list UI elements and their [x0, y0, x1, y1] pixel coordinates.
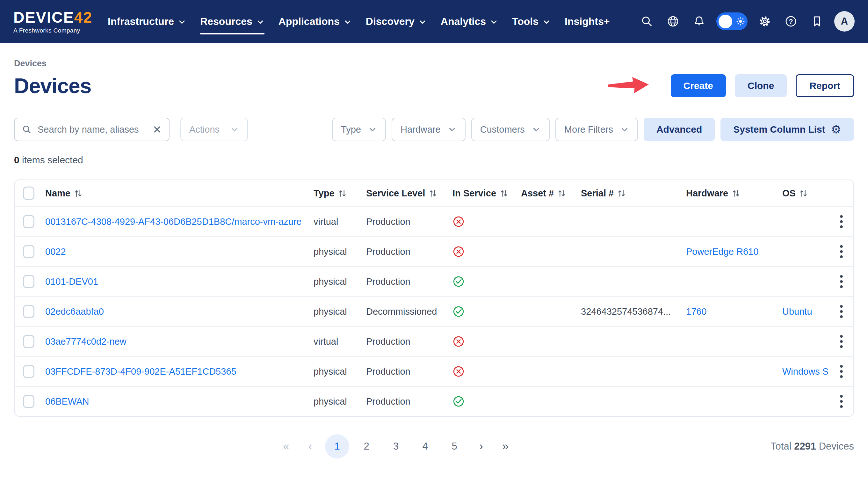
row-menu-icon[interactable] — [839, 214, 843, 229]
row-menu-icon[interactable] — [839, 334, 843, 349]
row-checkbox[interactable] — [23, 245, 34, 258]
column-header-serial[interactable]: Serial # — [581, 188, 686, 199]
right-filter-group: TypeHardwareCustomersMore Filters Advanc… — [332, 118, 854, 141]
row-checkbox[interactable] — [23, 335, 34, 348]
row-menu-icon[interactable] — [839, 304, 843, 319]
help-icon[interactable]: ? — [782, 12, 800, 30]
actions-dropdown[interactable]: Actions — [180, 118, 248, 141]
sort-icon[interactable] — [732, 189, 740, 198]
column-header-hardware[interactable]: Hardware — [686, 188, 782, 199]
column-label: Type — [314, 188, 335, 199]
column-label: Service Level — [366, 188, 425, 199]
filter-more-filters[interactable]: More Filters — [555, 118, 638, 141]
column-header-asset[interactable]: Asset # — [521, 188, 581, 199]
row-checkbox[interactable] — [23, 395, 34, 408]
device-name-link[interactable]: 0013167C-4308-4929-AF43-06D6B25D1B8C/mar… — [45, 216, 302, 227]
bell-icon[interactable] — [690, 12, 708, 30]
advanced-button[interactable]: Advanced — [644, 118, 715, 141]
gear-icon[interactable] — [756, 12, 774, 30]
filter-label: Type — [341, 124, 361, 135]
filter-type[interactable]: Type — [332, 118, 386, 141]
breadcrumb[interactable]: Devices — [14, 59, 46, 68]
filter-hardware[interactable]: Hardware — [392, 118, 466, 141]
filter-customers[interactable]: Customers — [471, 118, 550, 141]
page-title: Devices — [14, 73, 91, 98]
device-name-link[interactable]: 06BEWAN — [45, 396, 89, 407]
service-level: Production — [366, 216, 453, 227]
column-header-service-level[interactable]: Service Level — [366, 188, 453, 199]
theme-toggle[interactable] — [716, 12, 748, 30]
page-1-button[interactable]: 1 — [325, 434, 349, 458]
search-icon[interactable] — [638, 12, 656, 30]
filter-label: More Filters — [564, 124, 613, 135]
row-menu-icon[interactable] — [839, 274, 843, 289]
logo[interactable]: DEVICE42 A Freshworks Company — [13, 9, 92, 34]
os-link[interactable]: Ubuntu — [782, 306, 812, 317]
sort-icon[interactable] — [338, 189, 346, 198]
sort-icon[interactable] — [500, 189, 508, 198]
column-header-name[interactable]: Name — [45, 188, 314, 199]
hardware-link[interactable]: PowerEdge R610 — [686, 246, 758, 257]
nav-item-analytics[interactable]: Analytics — [434, 0, 505, 43]
row-checkbox[interactable] — [23, 275, 34, 288]
system-column-list-button[interactable]: System Column List ⚙ — [720, 118, 854, 141]
device-name-link[interactable]: 0022 — [45, 246, 66, 257]
column-header-os[interactable]: OS — [782, 188, 829, 199]
service-level: Production — [366, 276, 453, 287]
nav-item-applications[interactable]: Applications — [272, 0, 359, 43]
next-page-button[interactable]: › — [472, 434, 491, 458]
clear-search-icon[interactable] — [152, 125, 162, 134]
page-4-button[interactable]: 4 — [413, 434, 437, 458]
chevron-down-icon — [532, 125, 541, 134]
bookmark-icon[interactable] — [808, 12, 826, 30]
page-content: Devices Devices Create Clone Report Acti… — [0, 59, 868, 461]
logo-brand-accent: 42 — [74, 9, 92, 26]
chevron-down-icon — [368, 125, 377, 134]
os-link[interactable]: Windows Se — [782, 366, 829, 377]
top-nav-bar: DEVICE42 A Freshworks Company Infrastruc… — [0, 0, 868, 43]
device-type: physical — [314, 276, 366, 287]
prev-page-button[interactable]: ‹ — [301, 434, 320, 458]
row-checkbox[interactable] — [23, 365, 34, 378]
row-checkbox[interactable] — [23, 305, 34, 318]
page-3-button[interactable]: 3 — [384, 434, 408, 458]
device-name-link[interactable]: 03FFCDFE-873D-4F09-902E-A51EF1CD5365 — [45, 366, 237, 377]
nav-item-infrastructure[interactable]: Infrastructure — [101, 0, 193, 43]
total-suffix: Devices — [819, 441, 854, 452]
last-page-button[interactable]: » — [496, 434, 515, 458]
search-input[interactable] — [37, 124, 147, 135]
create-button[interactable]: Create — [671, 74, 726, 97]
nav-item-tools[interactable]: Tools — [505, 0, 558, 43]
device-type: physical — [314, 396, 366, 407]
column-label: Asset # — [521, 188, 554, 199]
clone-button[interactable]: Clone — [735, 74, 787, 97]
row-menu-icon[interactable] — [839, 394, 843, 409]
nav-item-resources[interactable]: Resources — [193, 0, 272, 43]
select-all-checkbox[interactable] — [23, 186, 34, 200]
column-settings-gear-icon: ⚙ — [831, 124, 841, 135]
sort-icon[interactable] — [618, 189, 625, 198]
first-page-button[interactable]: « — [277, 434, 296, 458]
hardware-link[interactable]: 1760 — [686, 306, 707, 317]
sort-icon[interactable] — [800, 189, 807, 198]
report-button[interactable]: Report — [796, 74, 854, 97]
column-header-type[interactable]: Type — [314, 188, 366, 199]
globe-icon[interactable] — [664, 12, 682, 30]
sort-icon[interactable] — [558, 189, 566, 198]
search-box[interactable] — [14, 118, 169, 141]
device-name-link[interactable]: 02edc6aabfa0 — [45, 306, 104, 317]
nav-item-discovery[interactable]: Discovery — [359, 0, 434, 43]
nav-item-insights+[interactable]: Insights+ — [558, 0, 617, 43]
sort-icon[interactable] — [74, 189, 82, 198]
column-header-in-service[interactable]: In Service — [453, 188, 521, 199]
avatar[interactable]: A — [834, 11, 855, 32]
row-checkbox[interactable] — [23, 215, 34, 228]
page-2-button[interactable]: 2 — [354, 434, 378, 458]
chevron-down-icon — [490, 18, 498, 26]
sort-icon[interactable] — [429, 189, 437, 198]
device-name-link[interactable]: 03ae7774c0d2-new — [45, 336, 126, 347]
row-menu-icon[interactable] — [839, 364, 843, 379]
row-menu-icon[interactable] — [839, 244, 843, 259]
device-name-link[interactable]: 0101-DEV01 — [45, 276, 98, 287]
page-5-button[interactable]: 5 — [442, 434, 466, 458]
